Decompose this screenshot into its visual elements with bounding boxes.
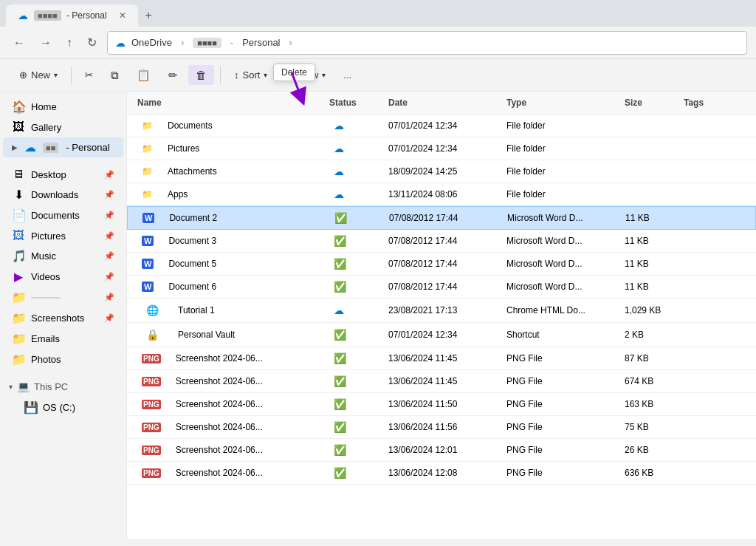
file-type: PNG File	[502, 442, 620, 458]
more-button[interactable]: ...	[336, 66, 359, 84]
sort-label: Sort	[243, 69, 261, 81]
table-row[interactable]: 📁 Attachments ☁ 18/09/2024 14:25 File fo…	[127, 160, 756, 183]
file-date: 13/11/2024 08:06	[384, 186, 502, 202]
new-button[interactable]: ⊕ New ▾	[12, 66, 65, 84]
sidebar-item-pictures[interactable]: 🖼 Pictures 📌	[3, 226, 123, 245]
table-row[interactable]: W Document 3 ✅ 07/08/2012 17:44 Microsof…	[127, 230, 756, 253]
paste-button[interactable]: 📋	[129, 65, 158, 86]
sidebar-item-os-drive[interactable]: 💾 OS (C:)	[3, 397, 123, 417]
sidebar-item-music[interactable]: 🎵 Music 📌	[3, 246, 123, 266]
emails-icon: 📁	[12, 332, 25, 346]
new-icon: ⊕	[19, 69, 27, 81]
cut-button[interactable]: ✂	[78, 66, 100, 84]
file-date: 13/06/2024 11:45	[384, 350, 502, 366]
breadcrumb-dash: -	[230, 37, 233, 48]
sidebar-item-screenshots[interactable]: 📁 Screenshots 📌	[3, 308, 123, 328]
table-row[interactable]: PNG Screenshot 2024-06... ✅ 13/06/2024 1…	[127, 462, 756, 485]
file-type-icon: 🌐	[137, 301, 168, 319]
photos-icon: 📁	[12, 352, 25, 366]
file-tags	[679, 307, 724, 313]
file-size: 87 KB	[620, 350, 679, 366]
table-row[interactable]: PNG Screenshot 2024-06... ✅ 13/06/2024 1…	[127, 416, 756, 439]
file-type-icon: PNG	[137, 442, 165, 458]
tab-close-button[interactable]: ✕	[119, 10, 126, 21]
table-row[interactable]: PNG Screenshot 2024-06... ✅ 13/06/2024 1…	[127, 347, 756, 370]
breadcrumb-onedrive[interactable]: OneDrive	[131, 37, 172, 48]
table-row[interactable]: W Document 5 ✅ 07/08/2012 17:44 Microsof…	[127, 253, 756, 276]
copy-button[interactable]: ⧉	[103, 65, 126, 86]
this-pc-chevron: ▾	[9, 383, 13, 391]
file-date: 07/08/2012 17:44	[384, 279, 502, 295]
table-row[interactable]: PNG Screenshot 2024-06... ✅ 13/06/2024 1…	[127, 439, 756, 462]
file-tags	[679, 447, 724, 453]
sidebar-item-home[interactable]: 🏠 Home	[3, 97, 123, 117]
rename-button[interactable]: ✏	[161, 65, 185, 86]
file-type: PNG File	[502, 350, 620, 366]
address-bar[interactable]: ☁ OneDrive › ■■■■ - Personal ›	[107, 31, 747, 55]
file-type-icon: PNG	[137, 396, 165, 412]
forward-button[interactable]: →	[35, 33, 56, 52]
col-name[interactable]: Name	[133, 95, 325, 111]
table-row[interactable]: 🌐 Tutorial 1 ☁ 23/08/2021 17:13 Chrome H…	[127, 298, 756, 323]
sidebar-item-gallery[interactable]: 🖼 Gallery	[3, 117, 123, 137]
file-name-cell: PNG Screenshot 2024-06...	[133, 440, 325, 460]
active-tab[interactable]: ☁ ■■■■ - Personal ✕	[6, 4, 138, 27]
new-tab-button[interactable]: +	[138, 4, 159, 27]
breadcrumb-sep2: ›	[289, 37, 292, 48]
file-type-icon: W	[138, 210, 159, 226]
sort-button[interactable]: ↕ Sort ▾	[227, 66, 275, 84]
table-row[interactable]: PNG Screenshot 2024-06... ✅ 13/06/2024 1…	[127, 393, 756, 416]
table-row[interactable]: 📁 Pictures ☁ 07/01/2024 12:34 File folde…	[127, 137, 756, 160]
file-name: Document 5	[164, 256, 221, 272]
file-status: ✅	[326, 209, 385, 227]
sidebar-item-blurred[interactable]: 📁 📌	[3, 287, 123, 307]
table-row[interactable]: 📁 Documents ☁ 07/01/2024 12:34 File fold…	[127, 115, 756, 137]
file-name-cell: 🌐 Tutorial 1	[133, 300, 325, 321]
file-name-cell: PNG Screenshot 2024-06...	[133, 372, 325, 391]
file-type: PNG File	[502, 465, 620, 481]
file-type: File folder	[502, 140, 620, 157]
col-tags[interactable]: Tags	[679, 95, 724, 111]
sidebar-item-onedrive[interactable]: ▶ ☁ ■■ - Personal	[3, 137, 123, 157]
sidebar-item-desktop[interactable]: 🖥 Desktop 📌	[3, 165, 123, 184]
file-tags	[679, 238, 724, 244]
table-row[interactable]: PNG Screenshot 2024-06... ✅ 13/06/2024 1…	[127, 370, 756, 393]
file-tags	[679, 261, 724, 267]
sidebar-item-downloads[interactable]: ⬇ Downloads 📌	[3, 185, 123, 205]
onedrive-icon: ☁	[115, 37, 126, 49]
file-status: ✅	[325, 441, 384, 459]
sidebar-item-videos[interactable]: ▶ Videos 📌	[3, 267, 123, 287]
this-pc-header[interactable]: ▾ 💻 This PC	[0, 376, 126, 397]
up-button[interactable]: ↑	[62, 33, 77, 52]
table-row[interactable]: W Document 2 ✅ 07/08/2012 17:44 Microsof…	[127, 206, 756, 230]
file-type: PNG File	[502, 419, 620, 435]
table-row[interactable]: 🔒 Personal Vault ✅ 07/01/2024 12:34 Shor…	[127, 323, 756, 347]
col-date[interactable]: Date	[384, 95, 502, 111]
delete-button[interactable]: 🗑	[188, 65, 214, 85]
file-date: 07/01/2024 12:34	[384, 140, 502, 157]
col-size[interactable]: Size	[620, 95, 679, 111]
sidebar-spacer1	[0, 158, 126, 164]
file-tags	[680, 215, 724, 221]
sidebar-item-photos[interactable]: 📁 Photos	[3, 349, 123, 369]
file-size: 1,029 KB	[620, 302, 679, 318]
breadcrumb-sep1: ›	[181, 37, 184, 48]
col-type[interactable]: Type	[502, 95, 620, 111]
table-row[interactable]: W Document 6 ✅ 07/08/2012 17:44 Microsof…	[127, 276, 756, 298]
file-type-icon: W	[137, 279, 158, 295]
sidebar-spacer2	[0, 370, 126, 376]
file-size: 75 KB	[620, 419, 679, 435]
refresh-button[interactable]: ↻	[83, 33, 101, 52]
back-button[interactable]: ←	[9, 33, 30, 52]
sidebar-item-documents[interactable]: 📄 Documents 📌	[3, 205, 123, 225]
table-row[interactable]: 📁 Apps ☁ 13/11/2024 08:06 File folder	[127, 183, 756, 206]
file-date: 07/08/2012 17:44	[384, 233, 502, 249]
breadcrumb-personal[interactable]: Personal	[242, 37, 280, 48]
file-name: Document 3	[164, 233, 221, 249]
file-type: Microsoft Word D...	[503, 210, 621, 226]
expand-icon: ▶	[12, 143, 18, 151]
col-status[interactable]: Status	[325, 95, 384, 111]
file-size	[620, 146, 679, 151]
sidebar-item-emails[interactable]: 📁 Emails	[3, 329, 123, 349]
file-size: 11 KB	[621, 210, 680, 226]
